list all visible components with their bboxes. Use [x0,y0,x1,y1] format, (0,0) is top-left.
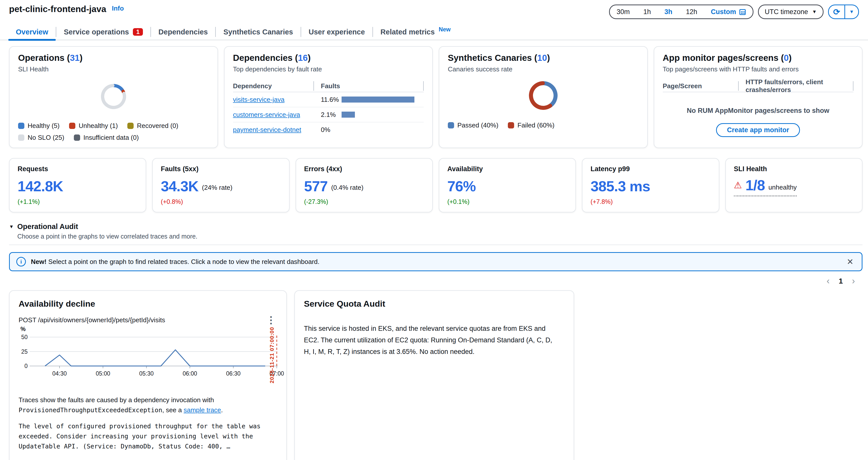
svg-text:0: 0 [24,363,28,369]
table-row: payment-service-dotnet 0% [233,122,424,137]
svg-text:25: 25 [21,348,28,355]
tab-service-operations[interactable]: Service operations 1 [56,24,150,40]
metric-value: 1/8 [745,178,765,193]
info-icon: i [16,257,26,266]
column-divider [853,81,854,91]
operations-card: Operations (31) SLI Health Healthy (5) U… [9,46,218,148]
refresh-dropdown-button[interactable]: ▼ [844,5,858,18]
fault-bar [342,96,414,103]
page-title: pet-clinic-frontend-java [9,4,106,14]
metric-value: 34.3K [161,179,198,194]
dependency-link[interactable]: visits-service-java [233,96,285,103]
metric-trend: (+0.8%) [161,198,281,205]
chevron-down-icon: ▼ [849,9,854,15]
create-app-monitor-button[interactable]: Create app monitor [716,123,800,137]
svg-text:05:30: 05:30 [139,370,154,377]
operational-audit-toggle[interactable]: ▼ Operational Audit [9,223,859,231]
service-quota-audit-card: Service Quota Audit This service is host… [294,290,574,460]
metric-trend: (+1.1%) [18,198,137,205]
tab-related-metrics[interactable]: Related metrics New [373,24,458,40]
banner-message: Select a point on the graph to find rela… [48,258,319,265]
card-title: Dependencies [233,53,292,63]
tab-dependencies[interactable]: Dependencies [151,24,216,40]
chevron-down-icon: ▼ [812,9,817,15]
metric-value: 142.8K [18,179,63,194]
sample-trace-link[interactable]: sample trace [184,406,221,414]
latency-metric-card: Latency p99 385.3 ms (+7.8%) [582,158,719,212]
refresh-button[interactable]: ⟳ [829,5,844,18]
metric-rate: (24% rate) [202,184,232,192]
close-icon[interactable]: × [845,256,855,267]
warning-icon: ⚠ [734,181,742,190]
tab-synthetics-canaries[interactable]: Synthetics Canaries [216,24,300,40]
exception-code: ProvisionedThroughputExceededException [19,406,162,414]
availability-line-chart[interactable]: %0255004:3005:0005:3006:0006:3007:002025… [19,326,278,386]
prev-page-icon[interactable]: ‹ [827,276,830,286]
operations-legend: Healthy (5) Unhealthy (1) Recovered (0) … [18,122,209,142]
metric-trend: (+0.1%) [447,198,567,205]
timezone-select[interactable]: UTC timezone ▼ [758,4,824,19]
card-title: App monitor pages/screens [663,53,779,63]
dependencies-count[interactable]: 16 [298,53,308,63]
next-page-icon[interactable]: › [852,276,855,286]
legend-swatch [18,123,24,129]
section-divider [9,245,863,245]
tab-overview[interactable]: Overview [8,24,56,40]
card-title: Operations [18,53,65,63]
legend-swatch [448,122,454,128]
app-monitor-count[interactable]: 0 [784,53,788,63]
dependencies-card: Dependencies (16) Top dependencies by fa… [224,46,433,148]
fault-rate: 0% [321,126,342,134]
card-subtitle: Top pages/screens with HTTP faults and e… [663,65,854,73]
card-subtitle: Canaries success rate [448,65,639,73]
operations-donut-chart[interactable] [18,77,209,116]
kebab-menu-icon[interactable]: ⋮ [265,316,277,324]
operational-audit-section-header: ▼ Operational Audit Choose a point in th… [9,223,859,240]
metric-value: 577 [304,179,328,194]
metric-value: 385.3 ms [590,179,650,194]
svg-text:05:00: 05:00 [96,370,110,377]
card-title: Synthetics Canaries [448,53,532,63]
column-divider [738,81,739,91]
chart-title: POST /api/visit/owners/{ownerId}/pets/{p… [19,316,165,324]
tab-user-experience[interactable]: User experience [301,24,372,40]
fault-bar [342,112,355,118]
time-range-12h[interactable]: 12h [679,8,704,16]
page-header: pet-clinic-frontend-java Info 30m 1h 3h … [0,0,868,19]
empty-state-text: No RUM AppMonitor pages/screens to show [663,107,854,115]
canaries-donut-chart[interactable] [448,77,639,114]
refresh-control: ⟳ ▼ [828,4,859,19]
sli-health-value-group[interactable]: ⚠ 1/8 unhealthy [734,178,797,196]
dependency-link[interactable]: customers-service-java [233,111,300,118]
svg-text:04:30: 04:30 [52,370,67,377]
svg-text:2025-11-21 07:00:00: 2025-11-21 07:00:00 [269,327,275,383]
refresh-icon: ⟳ [833,7,840,17]
page-title-group: pet-clinic-frontend-java Info [9,4,124,14]
table-row: customers-service-java 2.1% [233,107,424,122]
dependencies-table-header: Dependency Faults [233,80,424,92]
fault-rate: 11.6% [321,96,342,104]
sli-health-metric-card: SLI Health ⚠ 1/8 unhealthy [725,158,863,212]
canaries-count[interactable]: 10 [537,53,547,63]
svg-text:%: % [21,326,26,332]
time-controls: 30m 1h 3h 12h Custom UTC timezone ▼ ⟳ ▼ [609,4,859,19]
time-range-3h[interactable]: 3h [658,8,679,16]
app-monitor-table-header: Page/Screen HTTP faults/errors, client c… [663,80,854,92]
page-number[interactable]: 1 [839,277,843,285]
metric-rate: (0.4% rate) [331,184,364,192]
time-range-30m[interactable]: 30m [610,8,637,16]
column-divider [423,81,424,91]
service-operations-badge: 1 [133,28,143,36]
dependency-link[interactable]: payment-service-dotnet [233,126,301,134]
faults-metric-card: Faults (5xx) 34.3K (24% rate) (+0.8%) [152,158,289,212]
time-range-custom[interactable]: Custom [704,8,753,16]
legend-swatch [127,123,134,129]
banner-bold: New! [31,258,46,265]
operations-count[interactable]: 31 [70,53,80,63]
app-monitor-card: App monitor pages/screens (0) Top pages/… [654,46,863,148]
info-link[interactable]: Info [112,4,124,12]
time-range-1h[interactable]: 1h [637,8,658,16]
quota-text: This service is hosted in EKS, and the r… [304,323,558,357]
metric-trend: (+7.8%) [590,198,711,205]
column-divider [313,81,314,91]
